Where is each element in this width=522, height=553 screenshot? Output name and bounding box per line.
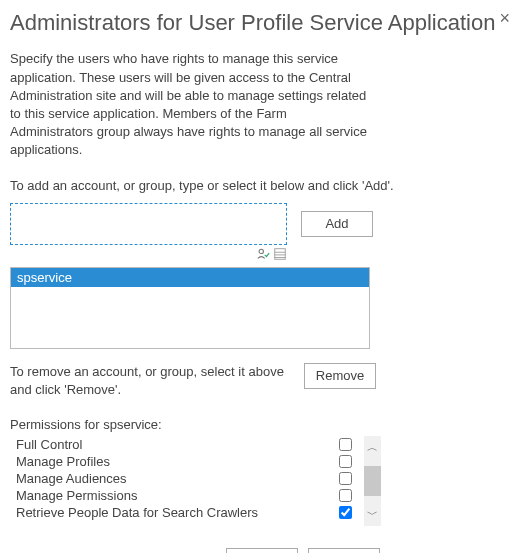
permission-label: Full Control bbox=[16, 437, 82, 452]
permission-checkbox[interactable] bbox=[339, 506, 352, 519]
cancel-button[interactable]: Cancel bbox=[308, 548, 380, 553]
permission-checkbox[interactable] bbox=[339, 438, 352, 451]
accounts-listbox[interactable]: spservice bbox=[10, 267, 370, 349]
close-icon[interactable]: × bbox=[499, 8, 510, 29]
remove-button[interactable]: Remove bbox=[304, 363, 376, 389]
permission-label: Manage Profiles bbox=[16, 454, 110, 469]
permission-checkbox[interactable] bbox=[339, 472, 352, 485]
dialog-title: Administrators for User Profile Service … bbox=[10, 10, 518, 36]
permission-checkbox[interactable] bbox=[339, 455, 352, 468]
list-item[interactable]: spservice bbox=[11, 268, 369, 287]
permission-row: Full Control bbox=[10, 436, 360, 453]
account-input[interactable] bbox=[10, 203, 287, 245]
add-instruction: To add an account, or group, type or sel… bbox=[10, 178, 518, 193]
permissions-list: Full ControlManage ProfilesManage Audien… bbox=[10, 436, 360, 526]
permission-label: Manage Permissions bbox=[16, 488, 137, 503]
add-button[interactable]: Add bbox=[301, 211, 373, 237]
svg-point-0 bbox=[259, 249, 263, 253]
dialog-description: Specify the users who have rights to man… bbox=[10, 50, 370, 159]
scroll-down-icon[interactable]: ﹀ bbox=[367, 503, 378, 526]
remove-instruction: To remove an account, or group, select i… bbox=[10, 363, 290, 399]
scroll-thumb[interactable] bbox=[364, 466, 381, 496]
permission-checkbox[interactable] bbox=[339, 489, 352, 502]
permission-row: Retrieve People Data for Search Crawlers bbox=[10, 504, 360, 521]
permission-row: Manage Profiles bbox=[10, 453, 360, 470]
permission-label: Manage Audiences bbox=[16, 471, 127, 486]
permissions-scrollbar[interactable]: ︿ ﹀ bbox=[364, 436, 381, 526]
check-names-icon[interactable] bbox=[256, 247, 270, 261]
permissions-title: Permissions for spservice: bbox=[10, 417, 518, 432]
ok-button[interactable]: OK bbox=[226, 548, 298, 553]
permission-row: Manage Audiences bbox=[10, 470, 360, 487]
scroll-up-icon[interactable]: ︿ bbox=[367, 436, 378, 459]
permission-label: Retrieve People Data for Search Crawlers bbox=[16, 505, 258, 520]
browse-icon[interactable] bbox=[273, 247, 287, 261]
permission-row: Manage Permissions bbox=[10, 487, 360, 504]
